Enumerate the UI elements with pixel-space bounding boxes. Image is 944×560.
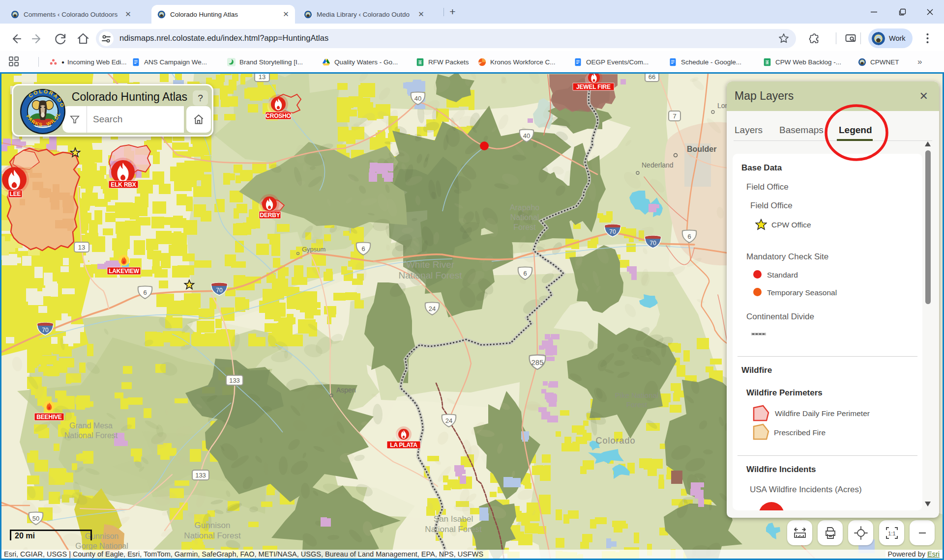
svg-text:Colorado: Colorado <box>595 436 635 446</box>
svg-text:13: 13 <box>78 244 85 251</box>
svg-text:133: 133 <box>195 472 206 479</box>
svg-text:National Forest: National Forest <box>425 525 482 534</box>
svg-text:Aspen: Aspen <box>336 386 356 394</box>
svg-text:70: 70 <box>216 287 223 294</box>
svg-text:Pike National: Pike National <box>615 391 658 399</box>
svg-text:National: National <box>510 213 539 222</box>
svg-text:Gorge National: Gorge National <box>75 542 128 550</box>
svg-text:National Forest: National Forest <box>64 431 118 440</box>
svg-text:LEE: LEE <box>10 191 21 197</box>
svg-text:LA PLATA: LA PLATA <box>390 442 417 448</box>
svg-text:70: 70 <box>649 240 656 247</box>
svg-text:San Isabel: San Isabel <box>434 514 473 524</box>
svg-text:CROSHO: CROSHO <box>266 112 291 119</box>
svg-text:24: 24 <box>429 305 436 312</box>
svg-text:6: 6 <box>143 289 147 296</box>
svg-text:LAKEVIEW: LAKEVIEW <box>109 268 140 275</box>
svg-text:285: 285 <box>531 358 544 366</box>
svg-text:13: 13 <box>259 73 266 81</box>
svg-text:Gypsum: Gypsum <box>302 246 325 253</box>
svg-text:6: 6 <box>687 233 691 240</box>
svg-text:70: 70 <box>609 228 616 235</box>
svg-text:White River: White River <box>406 259 455 270</box>
svg-text:Forest: Forest <box>513 223 536 231</box>
svg-text:National Forest: National Forest <box>399 270 463 280</box>
svg-text:40: 40 <box>414 95 421 102</box>
svg-text:Gunnison: Gunnison <box>195 521 231 530</box>
svg-text:6: 6 <box>523 270 527 277</box>
svg-text:24: 24 <box>445 417 452 424</box>
svg-text:133: 133 <box>229 377 240 384</box>
svg-text:Arapaho: Arapaho <box>510 203 540 212</box>
svg-text:40: 40 <box>523 132 530 140</box>
svg-text:Nederland: Nederland <box>642 161 674 169</box>
svg-text:JEWEL FIRE: JEWEL FIRE <box>576 84 611 90</box>
svg-text:1:1: 1:1 <box>888 531 895 536</box>
svg-text:ELK RBX: ELK RBX <box>111 181 136 188</box>
svg-text:66: 66 <box>649 73 655 81</box>
svg-text:70: 70 <box>42 327 49 334</box>
svg-text:7: 7 <box>673 112 676 120</box>
svg-text:BEEHIVE: BEEHIVE <box>36 414 61 420</box>
svg-text:National Forest: National Forest <box>184 531 241 540</box>
svg-text:Lor: Lor <box>717 102 728 110</box>
svg-text:Forest: Forest <box>626 400 648 409</box>
svg-text:6: 6 <box>361 245 365 252</box>
svg-text:Grand Mesa: Grand Mesa <box>69 421 113 430</box>
svg-text:50: 50 <box>32 515 39 522</box>
svg-text:DERBY: DERBY <box>260 212 280 219</box>
svg-text:Boulder: Boulder <box>687 145 716 153</box>
